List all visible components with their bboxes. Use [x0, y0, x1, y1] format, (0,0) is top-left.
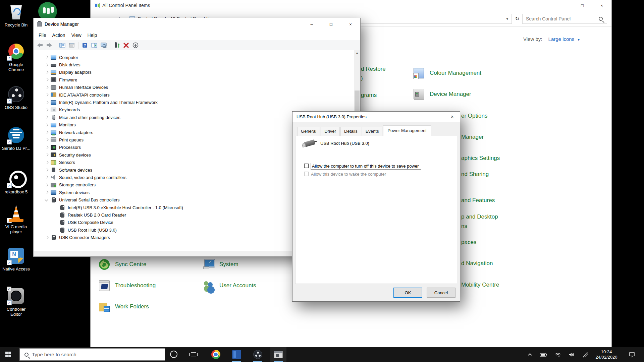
uninstall-device-button[interactable]	[122, 41, 130, 49]
remote-desktop-button[interactable]	[99, 41, 108, 49]
control-panel-item-label-fragment[interactable]: )	[361, 75, 363, 82]
tray-expand-icon[interactable]	[524, 347, 536, 362]
task-view-button[interactable]	[189, 350, 198, 359]
chevron-right-icon[interactable]	[44, 70, 49, 75]
chevron-right-icon[interactable]	[44, 130, 49, 135]
control-panel-item-label-fragment[interactable]: d Navigation	[461, 260, 493, 267]
chevron-right-icon[interactable]	[44, 62, 49, 68]
console-tree-button[interactable]	[58, 41, 67, 49]
taskbar-app-control-panel-app[interactable]	[228, 347, 245, 362]
tree-item[interactable]: Display adaptors	[34, 69, 354, 76]
control-panel-item-label-fragment[interactable]: aphics Settings	[461, 155, 500, 162]
close-button[interactable]: ×	[341, 18, 360, 30]
minimize-button[interactable]: –	[302, 18, 321, 30]
search-box[interactable]: Search Control Panel	[522, 14, 607, 24]
tree-item[interactable]: Computer	[34, 54, 354, 61]
control-panel-item-label[interactable]: System	[219, 261, 238, 268]
control-panel-item-label-fragment[interactable]: Mobility Centre	[461, 282, 499, 288]
cortana-button[interactable]	[170, 351, 177, 358]
control-panel-item-label-fragment[interactable]: d Restore	[361, 66, 386, 72]
tree-item[interactable]: IDE ATA/ATAPI controllers	[34, 91, 354, 99]
chevron-right-icon[interactable]	[44, 115, 49, 120]
chevron-right-icon[interactable]	[44, 145, 49, 150]
chevron-right-icon[interactable]	[44, 167, 49, 173]
action-pane-button[interactable]	[90, 41, 99, 49]
chevron-right-icon[interactable]	[44, 175, 49, 180]
taskbar-app-device-manager-app[interactable]	[270, 347, 286, 362]
start-button[interactable]	[0, 347, 16, 362]
action-centre-icon[interactable]	[626, 347, 638, 362]
close-icon[interactable]: ×	[446, 112, 458, 122]
desktop-icon-vlc[interactable]: VLC mediaplayer	[1, 204, 32, 234]
chevron-right-icon[interactable]	[44, 55, 49, 60]
forward-button[interactable]	[45, 41, 54, 49]
chevron-right-icon[interactable]	[44, 137, 49, 142]
control-panel-item-label[interactable]: Work Folders	[115, 303, 149, 310]
tab-details[interactable]: Details	[340, 127, 361, 136]
control-panel-item-label-fragment[interactable]: paces	[461, 239, 476, 246]
chevron-down-icon[interactable]	[44, 197, 49, 203]
control-panel-item-label-fragment[interactable]: and Features	[461, 197, 495, 204]
menu-action[interactable]: Action	[49, 31, 68, 39]
view-by-value[interactable]: Large icons	[548, 36, 575, 42]
chevron-right-icon[interactable]	[44, 122, 49, 128]
cancel-button[interactable]: Cancel	[427, 288, 455, 298]
chevron-right-icon[interactable]	[44, 92, 49, 98]
control-panel-titlebar[interactable]: All Control Panel Items – □ ×	[91, 0, 611, 11]
tab-events[interactable]: Events	[362, 127, 383, 136]
desktop-icon-recycle-bin[interactable]: Recycle Bin	[1, 3, 32, 27]
desktop-icon-serato-dj[interactable]: Serato DJ Pr...	[1, 126, 32, 151]
help-button[interactable]: ?	[80, 41, 89, 49]
ok-button[interactable]: OK	[393, 288, 422, 298]
chevron-down-icon[interactable]: ▾	[506, 17, 508, 21]
disable-device-button[interactable]	[131, 41, 140, 49]
scroll-up-icon[interactable]: ▲	[354, 50, 360, 56]
tree-item[interactable]: Human Interface Devices	[34, 84, 354, 91]
control-panel-item-label[interactable]: Sync Centre	[115, 261, 147, 268]
taskbar-clock[interactable]: 10:24 24/02/2020	[593, 347, 620, 362]
tree-item[interactable]: Intel(R) Dynamic Platform and Thermal Fr…	[34, 99, 354, 106]
chevron-down-icon[interactable]: ▼	[577, 38, 580, 42]
dialog-titlebar[interactable]: USB Root Hub (USB 3.0) Properties	[292, 112, 460, 122]
control-panel-item-label-fragment[interactable]: p and Desktop	[461, 214, 498, 220]
control-panel-item-label-fragment[interactable]: grams	[361, 92, 377, 99]
refresh-button[interactable]: ↻	[513, 14, 522, 24]
desktop-icon-chrome[interactable]: GoogleChrome	[1, 42, 32, 72]
chevron-right-icon[interactable]	[44, 160, 49, 165]
tab-general[interactable]: General	[297, 127, 320, 136]
control-panel-item-label-fragment[interactable]: Manager	[461, 134, 484, 140]
taskbar-app-chrome[interactable]	[208, 347, 224, 362]
battery-icon[interactable]	[537, 347, 549, 362]
chevron-right-icon[interactable]	[44, 100, 49, 105]
tree-item[interactable]: Disk drives	[34, 61, 354, 68]
pen-icon[interactable]	[580, 347, 592, 362]
tree-item[interactable]: Firmware	[34, 76, 354, 83]
close-button[interactable]: ×	[592, 0, 611, 11]
control-panel-item-label-fragment[interactable]: nd Sharing	[461, 171, 489, 178]
control-panel-item-label[interactable]: Device Manager	[430, 91, 471, 98]
chevron-right-icon[interactable]	[44, 85, 49, 90]
taskbar-app-obs-app[interactable]	[250, 347, 266, 362]
desktop-icon-rekordbox[interactable]: rekordbox 5	[1, 170, 32, 194]
menu-view[interactable]: View	[68, 31, 84, 39]
device-manager-titlebar[interactable]: Device Manager – □ ×	[34, 18, 360, 30]
volume-icon[interactable]	[566, 347, 578, 362]
back-button[interactable]	[36, 41, 44, 49]
taskbar-search-box[interactable]: Type here to search	[19, 348, 165, 361]
control-panel-item-label[interactable]: User Accounts	[219, 282, 256, 289]
desktop-icon-obs-studio[interactable]: OBS Studio	[1, 85, 32, 110]
menu-help[interactable]: Help	[85, 31, 100, 39]
desktop-icon-controller-editor[interactable]: ControllerEditor	[1, 287, 32, 317]
minimize-button[interactable]: –	[553, 0, 573, 11]
menu-file[interactable]: File	[36, 31, 49, 39]
desktop-icon-native-access[interactable]: Native Access	[1, 247, 32, 272]
chevron-right-icon[interactable]	[44, 190, 49, 195]
chevron-right-icon[interactable]	[44, 152, 49, 158]
chevron-right-icon[interactable]	[44, 107, 49, 113]
chevron-right-icon[interactable]	[44, 77, 49, 82]
update-driver-button[interactable]	[112, 41, 121, 49]
allow-turn-off-checkbox[interactable]	[304, 164, 309, 168]
tab-power-management[interactable]: Power Management	[383, 125, 431, 136]
control-panel-item-label-fragment[interactable]: er Options	[461, 113, 487, 119]
maximize-button[interactable]: □	[573, 0, 592, 11]
